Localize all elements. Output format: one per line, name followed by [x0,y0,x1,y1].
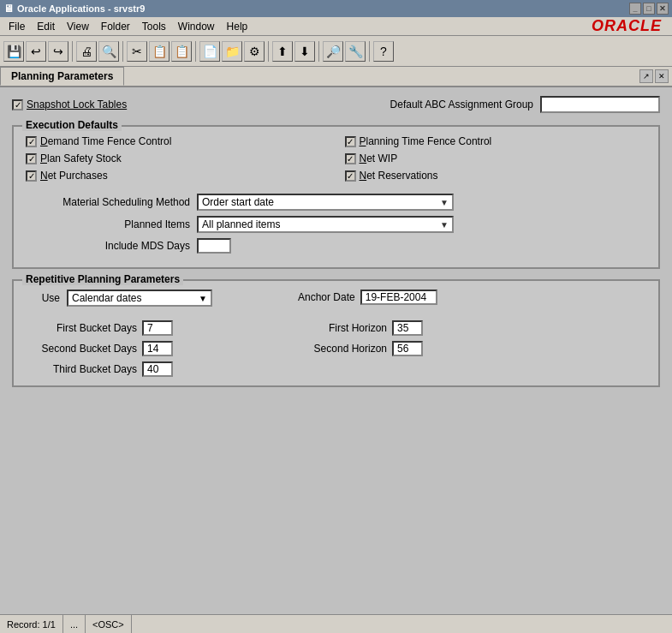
toolbar-save[interactable]: 💾 [3,41,24,62]
planned-items-dropdown[interactable]: All planned items ▼ [197,216,454,233]
use-value: Calendar dates [72,292,141,304]
toolbar-sep1 [72,41,73,62]
first-bucket-row: First Bucket Days [26,320,173,336]
planned-items-value: All planned items [202,218,280,230]
tab-close-button[interactable]: ✕ [655,69,669,83]
checkbox-plan-safety-stock: Plan Safety Stock [26,152,328,164]
toolbar: 💾 ↩ ↪ 🖨 🔍 ✂ 📋 📋 📄 📁 ⚙ ⬆ ⬇ 🔎 🔧 ? [0,36,672,67]
tab-controls: ↗ ✕ [639,69,672,83]
planned-items-label: Planned Items [26,218,197,230]
execution-defaults-group: Execution Defaults Demand Time Fence Con… [12,125,660,269]
menu-edit[interactable]: Edit [32,19,60,34]
second-horizon-label: Second Horizon [293,343,387,355]
toolbar-settings[interactable]: ⚙ [244,41,265,62]
anchor-date-input[interactable] [360,290,437,305]
plan-safety-stock-checkbox[interactable] [26,153,37,164]
demand-time-fence-label: Demand Time Fence Control [40,135,171,147]
toolbar-sep2 [122,41,123,62]
first-horizon-input[interactable] [392,320,423,336]
abc-label: Default ABC Assignment Group [390,99,533,110]
second-bucket-input[interactable] [142,341,173,356]
snapshot-lock-label[interactable]: Snapshot Lock Tables [27,99,127,110]
use-row: Use Calendar dates ▼ [26,290,212,307]
third-bucket-label: Third Bucket Days [26,363,137,375]
second-horizon-row: Second Horizon [293,341,423,356]
net-reservations-checkbox[interactable] [345,170,356,182]
toolbar-print[interactable]: 🖨 [76,41,97,62]
status-osc: <OSC> [86,615,132,633]
toolbar-query[interactable]: 🔎 [323,41,343,62]
toolbar-search[interactable]: 🔍 [98,41,119,62]
menu-window[interactable]: Window [173,19,220,34]
menu-bar: File Edit View Folder Tools Window Help … [0,17,672,36]
toolbar-help[interactable]: ? [373,41,394,62]
planning-time-fence-label: Planning Time Fence Control [360,135,492,147]
tab-expand-button[interactable]: ↗ [639,69,653,83]
snapshot-lock-checkbox[interactable] [12,99,23,110]
third-bucket-row: Third Bucket Days [26,361,173,377]
oracle-logo: ORACLE [592,17,669,35]
checkbox-demand-time-fence: Demand Time Fence Control [26,135,328,147]
toolbar-undo[interactable]: ↩ [26,41,46,62]
top-row: Snapshot Lock Tables Default ABC Assignm… [12,96,660,113]
checkbox-grid: Demand Time Fence Control Planning Time … [26,135,646,182]
repetitive-planning-label: Repetitive Planning Parameters [22,273,183,285]
first-bucket-input[interactable] [142,320,173,336]
include-mds-input[interactable] [197,238,231,254]
toolbar-redo[interactable]: ↪ [48,41,68,62]
repetitive-planning-group: Repetitive Planning Parameters Use Calen… [12,279,660,387]
execution-defaults-label: Execution Defaults [22,119,122,131]
third-bucket-input[interactable] [142,361,173,377]
plan-safety-stock-label: Plan Safety Stock [40,152,122,164]
toolbar-sep3 [195,41,196,62]
net-wip-checkbox[interactable] [345,153,356,164]
anchor-date-label: Anchor Date [298,291,355,303]
menu-tools[interactable]: Tools [137,19,171,34]
include-mds-row: Include MDS Days [26,238,646,254]
toolbar-down[interactable]: ⬇ [294,41,315,62]
toolbar-calc[interactable]: 🔧 [345,41,366,62]
material-scheduling-label: Material Scheduling Method [26,196,197,208]
minimize-button[interactable]: _ [629,3,641,15]
planning-parameters-tab[interactable]: Planning Parameters [0,67,124,86]
toolbar-new[interactable]: 📄 [199,41,220,62]
close-button[interactable]: ✕ [657,3,669,15]
net-reservations-label: Net Reservations [360,170,438,182]
window-title: Oracle Applications - srvstr9 [17,3,145,14]
use-label: Use [26,292,60,304]
material-scheduling-dropdown[interactable]: Order start date ▼ [197,194,454,211]
menu-view[interactable]: View [62,19,94,34]
include-mds-label: Include MDS Days [26,240,197,252]
material-scheduling-row: Material Scheduling Method Order start d… [26,194,646,211]
toolbar-copy[interactable]: 📋 [149,41,169,62]
checkbox-net-purchases: Net Purchases [26,170,328,182]
window-icon: 🖥 [3,3,14,15]
title-bar: 🖥 Oracle Applications - srvstr9 _ □ ✕ [0,0,672,17]
toolbar-sep6 [369,41,370,62]
snapshot-lock-section: Snapshot Lock Tables [12,99,127,110]
use-dropdown[interactable]: Calendar dates ▼ [67,290,212,307]
menu-help[interactable]: Help [222,19,253,34]
toolbar-paste[interactable]: 📋 [171,41,192,62]
second-horizon-input[interactable] [392,341,423,356]
first-bucket-label: First Bucket Days [26,322,137,334]
use-dropdown-arrow: ▼ [199,294,207,303]
planning-time-fence-checkbox[interactable] [345,136,356,147]
bucket-horizon-section: First Bucket Days Second Bucket Days Thi… [26,320,646,377]
status-middle: ... [63,615,86,633]
net-purchases-checkbox[interactable] [26,170,37,182]
maximize-button[interactable]: □ [643,3,655,15]
demand-time-fence-checkbox[interactable] [26,136,37,147]
status-record: Record: 1/1 [0,615,63,633]
bucket-days-section: First Bucket Days Second Bucket Days Thi… [26,320,173,377]
toolbar-sep4 [268,41,269,62]
toolbar-cut[interactable]: ✂ [127,41,147,62]
status-bar: Record: 1/1 ... <OSC> [0,614,672,633]
toolbar-up[interactable]: ⬆ [272,41,293,62]
menu-file[interactable]: File [3,19,30,34]
abc-input[interactable] [540,96,660,113]
form-tab-bar: Planning Parameters ↗ ✕ [0,67,672,87]
menu-folder[interactable]: Folder [96,19,135,34]
toolbar-open[interactable]: 📁 [222,41,242,62]
planned-items-arrow: ▼ [440,220,449,230]
